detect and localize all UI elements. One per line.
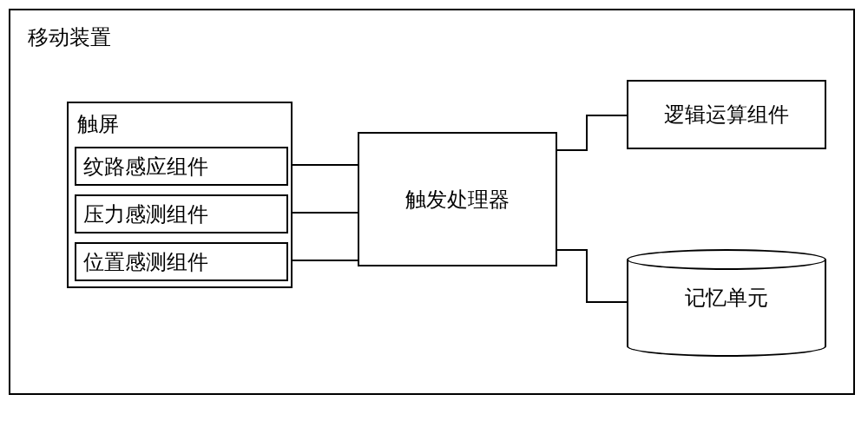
pattern-sensor-block: 纹路感应组件 bbox=[75, 147, 288, 186]
pressure-sensor-block: 压力感测组件 bbox=[75, 194, 288, 233]
touchscreen-title: 触屏 bbox=[77, 110, 119, 138]
mobile-device-container: 移动装置 触屏 纹路感应组件 压力感测组件 位置感测组件 触发处理器 逻辑运算组… bbox=[9, 9, 855, 395]
edge-pressure-to-trigger bbox=[293, 212, 358, 214]
touchscreen-block: 触屏 纹路感应组件 压力感测组件 位置感测组件 bbox=[67, 102, 293, 288]
logic-unit-block: 逻辑运算组件 bbox=[627, 80, 826, 149]
edge-trigger-right-lower bbox=[557, 249, 588, 251]
logic-unit-label: 逻辑运算组件 bbox=[664, 101, 789, 128]
position-sensor-block: 位置感测组件 bbox=[75, 242, 288, 281]
pattern-sensor-label: 纹路感应组件 bbox=[83, 153, 208, 181]
edge-to-logic bbox=[586, 115, 627, 116]
position-sensor-label: 位置感测组件 bbox=[83, 248, 208, 276]
trigger-processor-label: 触发处理器 bbox=[405, 186, 510, 214]
memory-unit-block: 记忆单元 bbox=[627, 249, 826, 358]
memory-unit-label: 记忆单元 bbox=[627, 284, 826, 312]
edge-trigger-up bbox=[586, 115, 588, 151]
edge-trigger-down bbox=[586, 249, 588, 303]
edge-position-to-trigger bbox=[293, 260, 358, 261]
trigger-processor-block: 触发处理器 bbox=[358, 132, 557, 266]
edge-pattern-to-trigger bbox=[293, 164, 358, 166]
container-title: 移动装置 bbox=[28, 23, 111, 51]
pressure-sensor-label: 压力感测组件 bbox=[83, 201, 208, 228]
edge-to-memory bbox=[586, 301, 627, 303]
edge-trigger-right-upper bbox=[557, 149, 588, 151]
